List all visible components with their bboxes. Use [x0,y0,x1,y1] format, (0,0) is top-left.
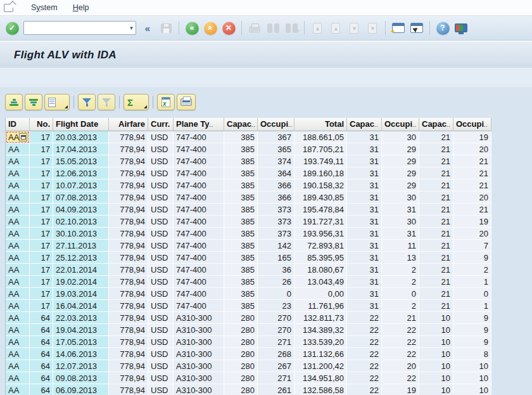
grid-cell[interactable]: 22 [382,336,419,348]
grid-cell[interactable]: 31 [382,204,419,216]
grid-cell[interactable]: 21 [419,216,453,228]
grid-cell[interactable]: 30 [382,191,419,204]
grid-cell[interactable]: 1 [453,276,491,288]
grid-cell[interactable]: 21 [419,167,453,179]
grid-cell[interactable]: 09.08.2013 [53,372,109,384]
grid-cell[interactable]: A310-300 [174,360,224,372]
grid-cell[interactable]: 385 [224,240,258,252]
grid-cell[interactable]: 271 [258,336,294,348]
grid-cell[interactable]: 22 [347,336,382,348]
grid-cell[interactable]: 385 [224,131,258,143]
grid-cell[interactable]: 747-400 [174,179,224,191]
grid-cell[interactable]: 778,94 [109,372,148,384]
grid-cell[interactable]: 06.09.2013 [53,384,109,395]
filter-button[interactable] [78,94,96,110]
column-header-capac-6[interactable]: Capac.. [224,118,258,131]
grid-cell[interactable]: 8 [453,348,491,360]
grid-cell[interactable]: 747-400 [174,204,224,216]
grid-cell[interactable]: 07.08.2013 [53,191,109,204]
grid-cell[interactable]: 04.09.2013 [53,204,109,216]
grid-cell[interactable]: AA [6,288,30,300]
grid-cell[interactable]: AA [6,204,30,216]
grid-cell[interactable]: 385 [224,264,258,276]
grid-cell[interactable]: 17 [30,191,53,204]
grid-cell[interactable]: 778,94 [109,179,148,191]
grid-cell[interactable]: 366 [258,191,294,204]
grid-cell[interactable]: 21 [453,179,491,191]
grid-cell[interactable]: 17 [30,179,53,191]
grid-cell[interactable]: 23 [258,300,294,312]
grid-cell[interactable]: 778,94 [109,204,148,216]
column-header-capac-9[interactable]: Capac.. [347,118,382,131]
continue-button[interactable]: ✓ [4,20,20,36]
grid-cell[interactable]: 17 [30,276,53,288]
grid-cell[interactable]: 9 [453,252,491,264]
grid-cell[interactable]: 31 [347,191,382,204]
grid-cell[interactable]: 64 [30,372,53,384]
grid-cell[interactable]: 64 [30,336,53,348]
grid-cell[interactable]: 385 [224,288,258,300]
column-header-id-0[interactable]: ID [6,118,30,131]
grid-cell[interactable]: 385 [224,276,258,288]
chevron-down-icon[interactable]: ▼ [127,22,136,34]
grid-cell[interactable]: 64 [30,384,53,395]
menu-item-help[interactable]: Help [65,2,97,13]
grid-cell[interactable]: 280 [224,384,258,395]
grid-cell[interactable]: AA [6,372,30,384]
grid-cell[interactable]: 17 [30,167,53,179]
grid-cell[interactable]: 29 [382,143,419,155]
grid-cell[interactable]: 133.539,20 [294,336,347,348]
exit-session-icon[interactable] [4,4,13,12]
grid-cell[interactable]: 17 [30,216,53,228]
grid-cell[interactable]: 22 [347,384,382,395]
grid-cell[interactable]: AA [6,216,30,228]
column-header-flightdate-2[interactable]: Flight Date [53,118,109,131]
grid-cell[interactable]: AA [6,384,30,395]
grid-cell[interactable]: 374 [258,155,294,167]
grid-cell[interactable]: 778,94 [109,276,148,288]
grid-cell[interactable]: 17 [30,288,53,300]
grid-cell[interactable]: 747-400 [174,167,224,179]
grid-cell[interactable]: 21 [453,204,491,216]
grid-cell[interactable]: 21 [453,155,491,167]
grid-cell[interactable]: A310-300 [174,372,224,384]
grid-cell[interactable]: 778,94 [109,324,148,336]
grid-cell[interactable]: 31 [347,143,382,155]
grid-cell[interactable]: 9 [453,324,491,336]
back-button[interactable]: « [184,20,200,36]
alv-print-button[interactable] [177,94,196,110]
grid-cell[interactable]: 280 [224,336,258,348]
grid-cell[interactable]: 21 [419,252,453,264]
grid-cell[interactable]: 21 [419,155,453,167]
grid-cell[interactable]: 21 [382,312,419,324]
column-header-planety-5[interactable]: Plane Ty.. [174,118,224,131]
grid-cell[interactable]: 22 [347,312,382,324]
grid-cell[interactable]: 747-400 [174,131,224,143]
grid-cell[interactable]: 778,94 [109,384,148,395]
customize-layout-button[interactable] [453,20,469,36]
grid-cell[interactable]: 30 [382,131,419,143]
grid-cell[interactable]: AA [6,155,30,167]
grid-cell[interactable]: 14.06.2013 [53,348,109,360]
grid-cell[interactable]: 19.04.2013 [53,324,109,336]
grid-cell[interactable]: 367 [258,131,294,143]
grid-cell[interactable]: 778,94 [109,191,148,204]
grid-cell[interactable]: 267 [258,360,294,372]
grid-cell[interactable]: 17 [30,204,53,216]
command-field[interactable]: ▼ [23,21,136,35]
grid-cell[interactable]: 19 [382,384,419,395]
grid-cell[interactable]: 142 [258,240,294,252]
grid-cell[interactable]: 187.705,21 [294,143,347,155]
grid-cell[interactable]: 22 [382,372,419,384]
grid-cell[interactable]: 20 [453,143,491,155]
grid-cell[interactable]: 20 [453,191,491,204]
grid-cell[interactable]: 190.158,32 [294,179,347,191]
grid-cell[interactable]: USD [148,384,174,395]
grid-cell[interactable]: 778,94 [109,240,148,252]
grid-cell[interactable]: 2 [382,300,419,312]
grid-cell[interactable]: A310-300 [174,324,224,336]
grid-cell[interactable]: 31 [347,252,382,264]
grid-cell[interactable]: 64 [30,312,53,324]
grid-cell[interactable]: 778,94 [109,264,148,276]
grid-cell[interactable]: 132.586,58 [294,384,347,395]
